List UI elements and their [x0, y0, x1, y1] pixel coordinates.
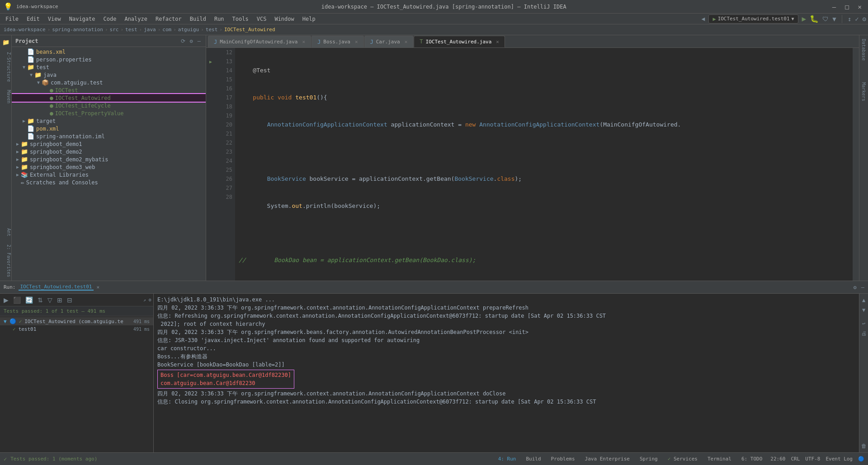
- breadcrumb-testpkg[interactable]: test: [206, 27, 218, 33]
- run-with-coverage-button[interactable]: 🛡: [822, 15, 829, 23]
- breadcrumb-atguigu[interactable]: atguigu: [178, 27, 199, 33]
- run-soft-wrap[interactable]: ↩: [862, 319, 865, 328]
- run-scroll-down[interactable]: ▼: [862, 305, 865, 315]
- breadcrumb-workspace[interactable]: idea-workspace: [4, 27, 46, 33]
- tree-item-ioctest-lifecycle[interactable]: ● IOCTest_LifeCycle: [12, 102, 206, 109]
- tab-mainconfig[interactable]: J MainConifgOfAutowired.java ✕: [208, 36, 311, 47]
- status-tab-services[interactable]: ✓ Services: [663, 455, 702, 463]
- tree-item-test-folder[interactable]: ▼ 📁 test: [12, 63, 206, 71]
- tree-item-scratches[interactable]: ✏️ Scratches and Consoles: [12, 178, 206, 186]
- run-scroll-up[interactable]: ▲: [862, 296, 865, 305]
- sidebar-structure-icon[interactable]: Z·Structure: [0, 48, 11, 85]
- tree-item-person-properties[interactable]: 📄 person.properties: [12, 56, 206, 63]
- minimize-button[interactable]: —: [830, 2, 839, 11]
- event-log-link[interactable]: Event Log: [826, 456, 853, 462]
- vcs-update-button[interactable]: ↕: [848, 15, 851, 23]
- tab-mainconfig-close[interactable]: ✕: [302, 39, 305, 45]
- menu-view[interactable]: View: [44, 15, 65, 23]
- menu-build[interactable]: Build: [186, 15, 210, 23]
- debug-button[interactable]: 🐛: [810, 14, 819, 23]
- tab-car-close[interactable]: ✕: [405, 39, 408, 45]
- tree-item-ioctest[interactable]: ● IOCTest: [12, 86, 206, 94]
- settings-icon[interactable]: ⚙: [189, 38, 194, 45]
- run-panel-settings[interactable]: ⚙: [854, 284, 857, 291]
- tree-item-springboot1[interactable]: ▶ 📁 springboot_demo1: [12, 140, 206, 148]
- sort-button[interactable]: ⇅: [36, 296, 45, 305]
- menu-tools[interactable]: Tools: [229, 15, 252, 23]
- menu-window[interactable]: Window: [271, 15, 297, 23]
- tree-item-java-folder[interactable]: ▼ 📁 java: [12, 71, 206, 79]
- more-options-icon[interactable]: ⚙: [149, 297, 151, 302]
- menu-file[interactable]: File: [2, 15, 22, 23]
- breadcrumb-src[interactable]: src: [110, 27, 119, 33]
- run-button[interactable]: ▶: [802, 14, 807, 23]
- tab-boss-close[interactable]: ✕: [355, 39, 358, 45]
- settings-button[interactable]: ⚙: [863, 15, 866, 23]
- tree-item-ioctest-autowired[interactable]: ● IOCTest_Autowired: [12, 94, 206, 102]
- rerun-button[interactable]: ▶: [2, 296, 10, 305]
- menu-edit[interactable]: Edit: [23, 15, 43, 23]
- status-tab-build[interactable]: Build: [521, 455, 545, 463]
- tree-item-pom[interactable]: 📄 pom.xml: [12, 125, 206, 132]
- status-tab-java-enterprise[interactable]: Java Enterprise: [580, 455, 634, 463]
- run-print[interactable]: 🖨: [861, 329, 867, 338]
- gutter-run-13[interactable]: ▶: [209, 57, 212, 66]
- tree-item-springboot-web[interactable]: ▶ 📁 springboot_demo3_web: [12, 163, 206, 171]
- run-clear[interactable]: 🗑: [861, 442, 867, 451]
- tab-ioctest-close[interactable]: ✕: [496, 39, 499, 45]
- stop-button[interactable]: ⬛: [11, 296, 23, 305]
- status-tab-terminal[interactable]: Terminal: [703, 455, 736, 463]
- jump-source-icon[interactable]: ↗: [143, 297, 146, 302]
- sidebar-ant-icon[interactable]: Ant: [0, 225, 11, 240]
- run-tree-test01[interactable]: ✓ test01 491 ms: [0, 325, 153, 333]
- rerun-failed-button[interactable]: 🔄: [24, 296, 35, 305]
- menu-analyze[interactable]: Analyze: [121, 15, 151, 23]
- breadcrumb-module[interactable]: spring-annotation: [52, 27, 103, 33]
- tree-item-springboot-mybatis[interactable]: ▶ 📁 springboot_demo2_mybatis: [12, 155, 206, 163]
- sidebar-favorites-icon[interactable]: 2: Favorites: [0, 241, 11, 281]
- tree-item-beans-xml[interactable]: 📄 beans.xml: [12, 48, 206, 56]
- menu-navigate[interactable]: Navigate: [66, 15, 99, 23]
- tree-item-springboot2[interactable]: ▶ 📁 springboot_demo2: [12, 148, 206, 155]
- back-nav-icon[interactable]: ◀: [702, 15, 705, 22]
- tab-ioctest-autowired[interactable]: T IOCTest_Autowired.java ✕: [414, 36, 505, 47]
- maximize-button[interactable]: □: [842, 2, 851, 11]
- tree-item-iml[interactable]: 📄 spring-annotation.iml: [12, 132, 206, 140]
- menu-code[interactable]: Code: [100, 15, 120, 23]
- tree-item-ioctest-propertyvalue[interactable]: ● IOCTest_PropertyValue: [12, 109, 206, 117]
- tree-item-target[interactable]: ▶ 📁 target: [12, 117, 206, 125]
- breadcrumb-java[interactable]: java: [144, 27, 156, 33]
- breadcrumb-test[interactable]: test: [125, 27, 137, 33]
- status-tab-spring[interactable]: Spring: [635, 455, 662, 463]
- run-tree-suite[interactable]: ▼ 🔵 ✓ IOCTest_Autowired (com.atguigu.te …: [0, 317, 153, 325]
- tree-item-ext-libraries[interactable]: ▶ 📚 External Libraries: [12, 171, 206, 178]
- run-config-selector[interactable]: ▶ IOCTest_Autowired.test01 ▼: [708, 14, 798, 23]
- breadcrumb-com[interactable]: com: [162, 27, 171, 33]
- breadcrumb-file[interactable]: IOCTest_Autowired: [224, 27, 275, 33]
- tab-car[interactable]: J Car.java ✕: [364, 36, 414, 47]
- sidebar-project-icon[interactable]: 📁: [0, 37, 11, 47]
- code-editor[interactable]: ▶ 12 13 14 15: [206, 48, 859, 281]
- more-run-button[interactable]: ▼: [832, 15, 836, 23]
- markers-icon[interactable]: Markers: [860, 80, 867, 103]
- run-panel-minimize[interactable]: —: [861, 284, 864, 291]
- vcs-commit-button[interactable]: ✓: [855, 15, 859, 23]
- close-button[interactable]: ✕: [855, 2, 864, 11]
- menu-vcs[interactable]: VCS: [253, 15, 270, 23]
- menu-help[interactable]: Help: [299, 15, 319, 23]
- expand-button[interactable]: ⊞: [55, 296, 64, 305]
- status-tab-todo[interactable]: 6: TODO: [737, 455, 767, 463]
- filter-button[interactable]: ▽: [46, 296, 54, 305]
- collapse-icon[interactable]: —: [196, 38, 202, 45]
- code-content[interactable]: @Test public void test01(){ AnnotationCo…: [235, 48, 853, 281]
- sync-icon[interactable]: ⟳: [179, 38, 187, 45]
- menu-run[interactable]: Run: [211, 15, 228, 23]
- tab-boss[interactable]: J Boss.java ✕: [311, 36, 363, 47]
- sidebar-maven-icon[interactable]: Maven: [0, 86, 11, 107]
- tree-item-package[interactable]: ▼ 📦 com.atguigu.test: [12, 79, 206, 86]
- menu-refactor[interactable]: Refactor: [152, 15, 185, 23]
- run-active-tab[interactable]: IOCTest_Autowired.test01: [19, 284, 94, 291]
- status-tab-run[interactable]: 4: Run: [494, 455, 521, 463]
- database-icon[interactable]: Database: [860, 37, 867, 62]
- run-tab-close[interactable]: ✕: [96, 284, 99, 290]
